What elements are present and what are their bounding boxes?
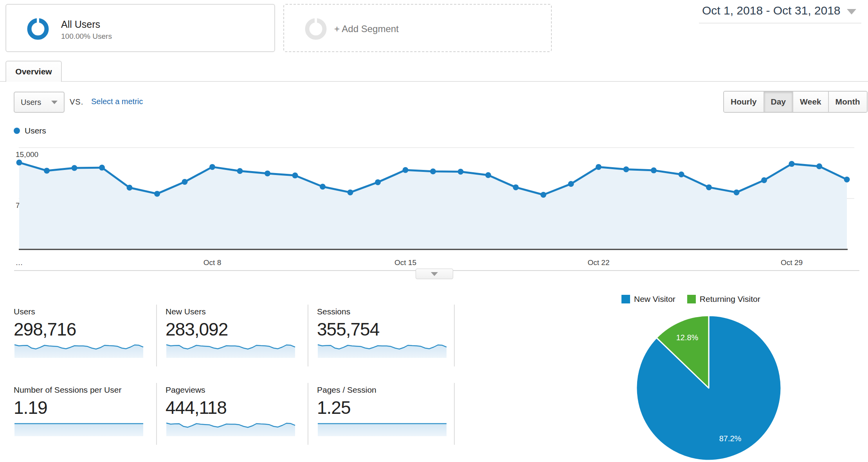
metric-card-sessions: Sessions 355,754	[317, 305, 452, 367]
series-users-label: Users	[25, 126, 46, 135]
legend-swatch-icon	[621, 295, 630, 303]
svg-text:Oct 22: Oct 22	[588, 258, 610, 267]
metric-sparkline	[14, 422, 144, 437]
metric-column-divider	[454, 305, 455, 366]
metric-label: Pages / Session	[317, 385, 376, 395]
metric-value: 444,118	[166, 397, 227, 418]
segment-donut-placeholder-icon	[304, 18, 327, 40]
metric-card-pageviews: Pageviews 444,118	[166, 383, 301, 446]
metric-value: 1.25	[317, 397, 351, 418]
metric-card-pages-per-session: Pages / Session 1.25	[317, 383, 452, 446]
pie-legend: New Visitor Returning Visitor	[621, 294, 772, 304]
add-segment-label: + Add Segment	[334, 23, 399, 34]
segment-title: All Users	[61, 19, 100, 30]
metric-dropdown[interactable]: Users	[14, 92, 65, 113]
metric-value: 283,092	[166, 319, 228, 340]
metric-card-users: Users 298,716	[14, 305, 149, 367]
metric-value: 355,754	[317, 319, 379, 340]
metric-column-divider	[454, 383, 455, 445]
tab-overview[interactable]: Overview	[5, 61, 62, 82]
tab-row-divider	[0, 81, 868, 82]
date-range-underline	[699, 23, 861, 23]
collapse-chart-button[interactable]	[416, 269, 453, 279]
svg-text:12.8%: 12.8%	[676, 333, 699, 342]
metric-column-divider	[308, 383, 308, 445]
metric-sparkline	[317, 422, 447, 437]
svg-text:…: …	[16, 258, 23, 267]
users-line-chart: 15,0007,500…Oct 8Oct 15Oct 22Oct 29	[0, 141, 868, 270]
vs-label: VS.	[70, 97, 83, 106]
series-users-dot-icon	[14, 128, 20, 134]
metric-value: 1.19	[14, 397, 47, 418]
metric-value: 298,716	[14, 319, 76, 340]
metric-card-new-users: New Users 283,092	[166, 305, 301, 367]
visitor-type-pie-chart: 87.2%12.8%	[622, 311, 794, 462]
chevron-down-icon	[51, 101, 58, 104]
metric-card-sessions-per-user: Number of Sessions per User 1.19	[14, 383, 149, 446]
chevron-down-icon	[847, 9, 856, 14]
select-a-metric-link[interactable]: Select a metric	[91, 97, 143, 106]
date-range-selector[interactable]: Oct 1, 2018 - Oct 31, 2018	[699, 4, 861, 17]
segment-donut-icon	[27, 18, 49, 40]
metric-column-divider	[308, 305, 308, 366]
granularity-button-group: Hourly Day Week Month	[723, 91, 868, 113]
chevron-down-icon	[431, 272, 438, 276]
metric-label: Sessions	[317, 307, 350, 316]
metric-label: Users	[14, 307, 35, 316]
legend-item-returning-visitor: Returning Visitor	[687, 294, 760, 304]
segment-subtitle: 100.00% Users	[61, 32, 112, 41]
legend-item-new-visitor: New Visitor	[621, 294, 675, 304]
svg-text:87.2%: 87.2%	[719, 434, 742, 443]
metric-column-divider	[156, 383, 157, 445]
metric-sparkline	[166, 343, 296, 358]
granularity-week-button[interactable]: Week	[792, 92, 828, 112]
svg-text:15,000: 15,000	[16, 150, 38, 159]
metric-label: New Users	[166, 307, 206, 316]
segment-card-all-users[interactable]: All Users 100.00% Users	[5, 4, 275, 52]
svg-text:Oct 8: Oct 8	[203, 258, 221, 267]
metric-label: Pageviews	[166, 385, 205, 395]
svg-text:Oct 29: Oct 29	[781, 258, 803, 267]
legend-label: Returning Visitor	[700, 294, 760, 304]
svg-text:Oct 15: Oct 15	[394, 258, 416, 267]
metric-dropdown-label: Users	[21, 98, 41, 107]
metric-column-divider	[156, 305, 157, 366]
granularity-hourly-button[interactable]: Hourly	[724, 92, 764, 112]
granularity-day-button[interactable]: Day	[764, 92, 793, 112]
granularity-month-button[interactable]: Month	[828, 92, 867, 112]
metric-sparkline	[317, 343, 447, 358]
tab-overview-label: Overview	[15, 67, 52, 76]
metric-sparkline	[14, 343, 144, 358]
date-range-label: Oct 1, 2018 - Oct 31, 2018	[699, 4, 841, 17]
legend-label: New Visitor	[634, 294, 675, 304]
metric-label: Number of Sessions per User	[14, 385, 121, 395]
chart-legend: Users	[14, 126, 46, 135]
add-segment-button[interactable]: + Add Segment	[283, 4, 552, 52]
legend-swatch-icon	[687, 295, 696, 303]
metric-sparkline	[166, 422, 296, 437]
